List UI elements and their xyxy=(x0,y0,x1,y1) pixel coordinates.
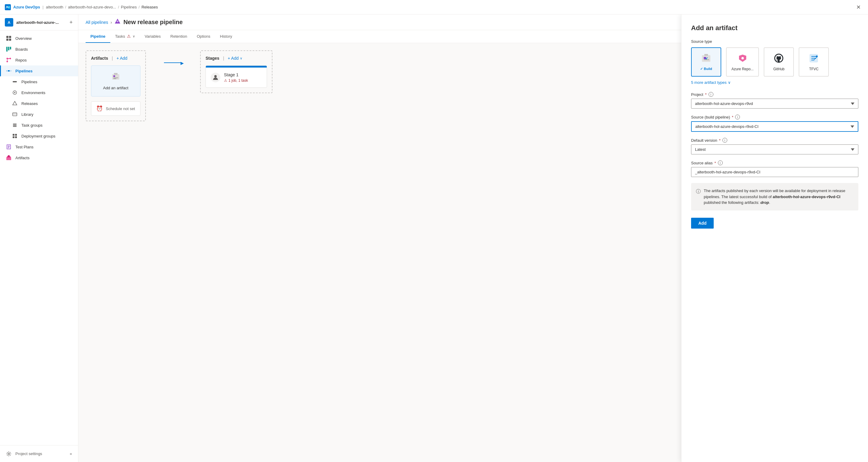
sidebar-item-pipelines-sub[interactable]: Pipelines xyxy=(0,76,78,87)
sidebar-item-pipelines[interactable]: Pipelines xyxy=(0,65,78,76)
stage-info: Stage 1 ⚠ 1 job, 1 task xyxy=(224,73,248,83)
sidebar-item-project-settings[interactable]: Project settings « xyxy=(0,448,78,460)
close-button[interactable]: ✕ xyxy=(854,3,863,12)
artifacts-label: Artifacts xyxy=(16,155,30,160)
tab-pipeline[interactable]: Pipeline xyxy=(86,30,110,43)
boards-label: Boards xyxy=(16,47,28,52)
more-artifact-types-link[interactable]: 5 more artifact types ∨ xyxy=(691,80,858,85)
sidebar-item-environments[interactable]: Environments xyxy=(0,87,78,98)
breadcrumb-section[interactable]: Pipelines xyxy=(121,5,137,9)
tfvc-icon xyxy=(808,53,819,64)
add-artifact-link[interactable]: + Add xyxy=(116,56,127,61)
svg-rect-17 xyxy=(13,81,17,82)
tfvc-label: TFVC xyxy=(809,67,818,71)
source-type-build[interactable]: ✓ Build xyxy=(691,47,721,77)
pipeline-title: New release pipeline xyxy=(123,19,183,26)
schedule-label: Schedule not set xyxy=(106,107,135,111)
add-stage-link[interactable]: + Add ∨ xyxy=(228,56,242,61)
svg-point-16 xyxy=(10,70,11,71)
source-select[interactable]: alterbooth-hol-azure-devops-r9vd-CI xyxy=(691,121,858,132)
svg-point-50 xyxy=(741,57,744,59)
pipeline-title-icon xyxy=(114,18,121,26)
releases-label: Releases xyxy=(22,101,38,106)
breadcrumb-org[interactable]: alterbooth xyxy=(46,5,63,9)
source-alias-required: * xyxy=(715,161,716,165)
project-label: Project * i xyxy=(691,92,858,97)
tasks-chevron-icon: ∨ xyxy=(133,34,135,38)
sidebar-item-test-plans[interactable]: Test Plans xyxy=(0,141,78,152)
schedule-card[interactable]: ⏰ Schedule not set xyxy=(91,101,141,116)
sidebar-item-repos[interactable]: Repos xyxy=(0,55,78,65)
info-box-text: The artifacts published by each version … xyxy=(704,188,854,206)
sidebar-item-overview[interactable]: Overview xyxy=(0,33,78,44)
pipelines-sub-icon xyxy=(12,79,18,85)
pipelines-icon xyxy=(6,68,12,74)
source-alias-input[interactable] xyxy=(691,167,858,177)
tab-tasks[interactable]: Tasks ⚠ ∨ xyxy=(110,30,140,43)
default-version-field-group: Default version * i Latest xyxy=(691,138,858,154)
boards-icon xyxy=(6,46,12,52)
svg-rect-1 xyxy=(6,36,8,38)
source-type-github[interactable]: GitHub xyxy=(764,47,794,77)
library-icon xyxy=(12,111,18,117)
test-plans-label: Test Plans xyxy=(16,145,33,149)
default-version-info-icon[interactable]: i xyxy=(722,138,727,143)
tab-variables[interactable]: Variables xyxy=(140,30,165,43)
breadcrumb: alterbooth / alterbooth-hol-azure-devo..… xyxy=(46,5,158,9)
collapse-sidebar-button[interactable]: « xyxy=(69,450,73,457)
sidebar-item-task-groups[interactable]: Task groups xyxy=(0,120,78,131)
project-required: * xyxy=(705,92,707,97)
artifacts-box-title: Artifacts xyxy=(91,56,108,61)
default-version-required: * xyxy=(719,138,721,143)
add-project-button[interactable]: + xyxy=(69,19,73,26)
sidebar-item-library[interactable]: Library xyxy=(0,109,78,120)
artifact-card[interactable]: Add an artifact xyxy=(91,65,141,96)
source-info-icon[interactable]: i xyxy=(735,115,740,119)
svg-rect-41 xyxy=(113,76,115,77)
add-artifact-label: Add an artifact xyxy=(103,86,128,90)
tab-retention[interactable]: Retention xyxy=(165,30,192,43)
source-type-azure-repos[interactable]: Azure Repo... xyxy=(726,47,759,77)
sidebar-item-releases[interactable]: Releases xyxy=(0,98,78,109)
stage-card[interactable]: Stage 1 ⚠ 1 job, 1 task xyxy=(206,65,267,88)
svg-rect-3 xyxy=(6,38,8,41)
sidebar-item-artifacts[interactable]: Artifacts xyxy=(0,152,78,163)
pipelines-sub-label: Pipelines xyxy=(22,80,37,84)
topbar-app-name[interactable]: Azure DevOps xyxy=(13,5,40,9)
source-type-tfvc[interactable]: TFVC xyxy=(799,47,829,77)
svg-point-9 xyxy=(10,58,11,59)
artifacts-section: Artifacts | + Add Add an artifact ⏰ xyxy=(86,50,146,121)
svg-rect-21 xyxy=(13,113,17,116)
all-pipelines-link[interactable]: All pipelines xyxy=(86,20,108,25)
project-settings-label: Project settings xyxy=(16,452,42,456)
app-layout: A alterbooth-hol-azure-... + Overview Bo… xyxy=(0,15,868,462)
repos-icon xyxy=(6,57,12,63)
topbar: Azure DevOps | alterbooth / alterbooth-h… xyxy=(0,0,868,15)
panel-title: Add an artifact xyxy=(691,24,858,32)
stages-section: Stages | + Add ∨ xyxy=(200,50,273,93)
azure-repos-icon xyxy=(737,53,748,64)
sidebar-item-deployment-groups[interactable]: Deployment groups xyxy=(0,131,78,141)
source-alias-info-icon[interactable]: i xyxy=(718,161,723,165)
sidebar-header: A alterbooth-hol-azure-... + xyxy=(0,15,78,30)
project-info-icon[interactable]: i xyxy=(709,92,713,97)
breadcrumb-project[interactable]: alterbooth-hol-azure-devo... xyxy=(68,5,116,9)
environments-icon xyxy=(12,90,18,95)
add-artifact-button[interactable]: Add xyxy=(691,218,714,229)
svg-rect-25 xyxy=(13,126,17,127)
tab-options[interactable]: Options xyxy=(192,30,215,43)
tab-history[interactable]: History xyxy=(215,30,237,43)
svg-rect-48 xyxy=(704,59,709,60)
stage-warning-icon: ⚠ xyxy=(224,79,227,83)
overview-label: Overview xyxy=(16,36,32,41)
artifact-info-box: ⓘ The artifacts published by each versio… xyxy=(691,183,858,210)
svg-point-10 xyxy=(7,61,8,62)
connector-arrow-icon: ▶ xyxy=(181,61,184,65)
overview-icon xyxy=(6,35,12,41)
sidebar-item-boards[interactable]: Boards xyxy=(0,44,78,55)
source-alias-label: Source alias * i xyxy=(691,161,858,165)
task-groups-icon xyxy=(12,122,18,128)
default-version-label: Default version * i xyxy=(691,138,858,143)
project-select[interactable]: alterbooth-hol-azure-devops-r9vd xyxy=(691,98,858,109)
default-version-select[interactable]: Latest xyxy=(691,144,858,154)
